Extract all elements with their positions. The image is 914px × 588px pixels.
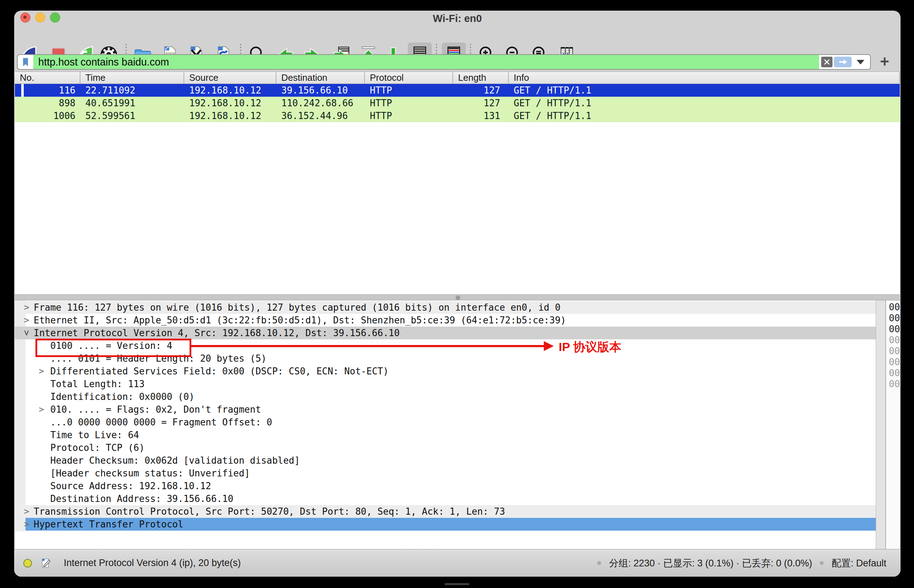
detail-row-total-length[interactable]: Total Length: 113 bbox=[15, 378, 876, 390]
pane-splitter[interactable] bbox=[15, 294, 900, 300]
packet-detail-pane: > Frame 116: 127 bytes on wire (1016 bit… bbox=[15, 300, 876, 549]
packet-row[interactable]: 898 40.651991 192.168.10.12 110.242.68.6… bbox=[15, 97, 900, 110]
detail-row-flags[interactable]: > 010. .... = Flags: 0x2, Don't fragment bbox=[15, 403, 876, 416]
title-bar: Wi-Fi: en0 bbox=[14, 11, 901, 26]
packet-row[interactable]: 1006 52.599561 192.168.10.12 36.152.44.9… bbox=[15, 110, 900, 122]
detail-row-source-address[interactable]: Source Address: 192.168.10.12 bbox=[15, 480, 876, 493]
display-filter-input[interactable] bbox=[33, 57, 819, 68]
hex-byte: 00 bbox=[889, 357, 900, 368]
expander-icon-open[interactable]: > bbox=[20, 328, 33, 338]
annotation-arrow-head bbox=[544, 341, 554, 351]
annotation-arrow-line bbox=[189, 345, 544, 347]
status-separator-dot bbox=[597, 561, 601, 565]
hex-byte: 00 bbox=[889, 368, 900, 379]
expert-info-icon[interactable] bbox=[23, 558, 32, 568]
detail-row-destination-address[interactable]: Destination Address: 39.156.66.10 bbox=[15, 493, 876, 505]
detail-row-http-highlighted[interactable]: > Hypertext Transfer Protocol bbox=[26, 518, 876, 531]
filter-add-button[interactable]: + bbox=[876, 53, 893, 71]
hex-byte: 00 bbox=[889, 379, 900, 389]
packet-list-header: No. Time Source Destination Protocol Len… bbox=[15, 71, 900, 84]
main-toolbar: 01010 01101 01110 01110 01110 bbox=[14, 26, 901, 54]
expander-icon[interactable]: > bbox=[37, 403, 46, 416]
expander-icon[interactable]: > bbox=[22, 314, 31, 326]
status-bar: 0110 Internet Protocol Version 4 (ip), 2… bbox=[14, 549, 901, 577]
column-header-source[interactable]: Source bbox=[184, 72, 276, 84]
column-header-protocol[interactable]: Protocol bbox=[365, 72, 453, 84]
expander-icon[interactable]: > bbox=[22, 505, 31, 518]
filter-dropdown-caret[interactable] bbox=[857, 60, 864, 65]
expander-icon[interactable]: > bbox=[22, 518, 31, 531]
status-profile[interactable]: 配置: Default bbox=[832, 557, 887, 570]
detail-row-ipv4-selected[interactable]: > Internet Protocol Version 4, Src: 192.… bbox=[15, 326, 876, 339]
filter-apply-button[interactable] bbox=[834, 57, 852, 67]
packet-list-pane: No. Time Source Destination Protocol Len… bbox=[15, 71, 900, 294]
detail-scrollbar[interactable] bbox=[876, 300, 886, 549]
status-packet-counts: 分组: 2230 · 已显示: 3 (0.1%) · 已丢弃: 0 (0.0%) bbox=[609, 557, 812, 570]
packet-row-selected[interactable]: 116 22.711092 192.168.10.12 39.156.66.10… bbox=[15, 84, 900, 97]
macos-home-indicator bbox=[445, 583, 469, 585]
detail-row-identification[interactable]: Identification: 0x0000 (0) bbox=[15, 390, 876, 403]
display-filter-bar bbox=[17, 54, 871, 70]
hex-byte: 00 bbox=[889, 324, 900, 335]
hex-byte: 00 bbox=[889, 346, 900, 357]
column-header-time[interactable]: Time bbox=[81, 72, 184, 84]
column-header-length[interactable]: Length bbox=[453, 72, 509, 84]
status-field-info: Internet Protocol Version 4 (ip), 20 byt… bbox=[64, 557, 241, 569]
detail-row-checksum-status[interactable]: [Header checksum status: Unverified] bbox=[15, 467, 876, 480]
hex-byte: 00 bbox=[889, 302, 900, 313]
detail-row-protocol[interactable]: Protocol: TCP (6) bbox=[15, 441, 876, 454]
detail-row-dsf[interactable]: > Differentiated Services Field: 0x00 (D… bbox=[15, 365, 876, 378]
hex-byte: 00 bbox=[889, 335, 900, 346]
status-separator-dot bbox=[820, 561, 824, 565]
detail-row-tcp[interactable]: > Transmission Control Protocol, Src Por… bbox=[15, 505, 876, 518]
expander-icon[interactable]: > bbox=[22, 301, 31, 314]
column-header-no[interactable]: No. bbox=[15, 72, 81, 84]
capture-comment-icon[interactable]: 0110 bbox=[40, 557, 52, 569]
detail-row-ethernet[interactable]: > Ethernet II, Src: Apple_50:d5:d1 (3c:2… bbox=[15, 314, 876, 326]
window-title: Wi-Fi: en0 bbox=[14, 13, 901, 24]
filter-field-valid bbox=[33, 55, 819, 69]
expander-icon[interactable]: > bbox=[37, 365, 46, 378]
filter-clear-button[interactable] bbox=[821, 57, 833, 67]
detail-row-header-checksum[interactable]: Header Checksum: 0x062d [validation disa… bbox=[15, 454, 876, 467]
wireshark-window: Wi-Fi: en0 bbox=[14, 11, 901, 577]
column-header-destination[interactable]: Destination bbox=[276, 72, 365, 84]
hex-byte: 00 bbox=[889, 313, 900, 324]
detail-row-ttl[interactable]: Time to Live: 64 bbox=[15, 429, 876, 441]
column-header-info[interactable]: Info bbox=[509, 72, 900, 84]
annotation-label: IP 协议版本 bbox=[559, 339, 622, 355]
filter-bookmark-icon[interactable] bbox=[18, 55, 33, 69]
detail-row-fragment-offset[interactable]: ...0 0000 0000 0000 = Fragment Offset: 0 bbox=[15, 416, 876, 429]
detail-row-frame[interactable]: > Frame 116: 127 bytes on wire (1016 bit… bbox=[15, 301, 876, 314]
splitter-handle-dot bbox=[455, 296, 460, 300]
packet-bytes-pane-clipped[interactable]: 00 00 00 00 00 00 00 00 bbox=[886, 300, 900, 549]
annotation-highlight-box bbox=[36, 339, 191, 357]
